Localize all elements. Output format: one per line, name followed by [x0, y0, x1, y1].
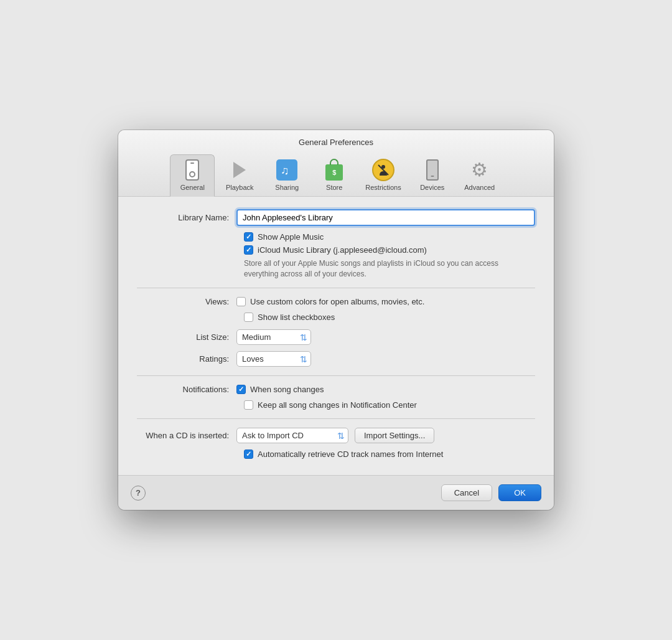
keep-notification-wrapper[interactable]: Keep all song changes in Notification Ce… — [244, 400, 417, 410]
ratings-label: Ratings: — [137, 354, 236, 364]
show-apple-music-label: Show Apple Music — [258, 232, 324, 242]
tab-restrictions[interactable]: Restrictions — [359, 155, 407, 196]
list-size-row: List Size: Small Medium Large ⇅ — [137, 329, 535, 345]
icloud-music-checkbox[interactable] — [244, 245, 253, 255]
custom-colors-checkbox[interactable] — [236, 297, 246, 306]
footer: ? Cancel OK — [118, 475, 554, 510]
preferences-window: General Preferences General Playback — [118, 130, 554, 511]
sharing-icon-container: ♫ — [276, 159, 298, 181]
keep-notification-label: Keep all song changes in Notification Ce… — [258, 400, 417, 410]
list-size-label: List Size: — [137, 332, 236, 342]
tab-advanced[interactable]: ⚙ Advanced — [457, 155, 502, 196]
tab-sharing-label: Sharing — [275, 184, 299, 191]
show-apple-music-checkbox[interactable] — [244, 232, 253, 242]
tab-store-label: Store — [326, 184, 342, 191]
store-icon: $ — [325, 164, 343, 181]
auto-retrieve-wrapper[interactable]: Automatically retrieve CD track names fr… — [244, 449, 443, 459]
ok-button[interactable]: OK — [498, 484, 541, 501]
icloud-description: Store all of your Apple Music songs and … — [244, 258, 530, 280]
import-settings-button[interactable]: Import Settings... — [355, 428, 434, 443]
general-icon-container — [181, 159, 203, 181]
divider-3 — [137, 418, 535, 419]
list-size-select[interactable]: Small Medium Large — [236, 329, 311, 345]
icloud-music-row: iCloud Music Library (j.appleseed@icloud… — [244, 245, 535, 255]
window-title: General Preferences — [118, 138, 554, 147]
tab-devices[interactable]: Devices — [410, 155, 455, 196]
when-song-changes-wrapper[interactable]: When song changes — [236, 385, 324, 394]
when-song-changes-label: When song changes — [250, 385, 324, 394]
show-checkboxes-row: Show list checkboxes — [244, 313, 535, 322]
custom-colors-checkbox-wrapper[interactable]: Use custom colors for open albums, movie… — [236, 297, 424, 306]
ratings-row: Ratings: Stars Loves ⇅ — [137, 351, 535, 367]
advanced-icon: ⚙ — [471, 161, 488, 179]
auto-retrieve-row: Automatically retrieve CD track names fr… — [244, 449, 535, 459]
keep-notification-checkbox[interactable] — [244, 400, 253, 410]
playback-icon — [233, 162, 246, 178]
custom-colors-label: Use custom colors for open albums, movie… — [250, 297, 424, 306]
show-checkboxes-checkbox[interactable] — [244, 313, 253, 322]
tab-playback[interactable]: Playback — [217, 155, 262, 196]
cancel-button[interactable]: Cancel — [441, 484, 492, 501]
keep-notification-row: Keep all song changes in Notification Ce… — [244, 400, 535, 410]
cd-inserted-label: When a CD is inserted: — [137, 431, 236, 440]
cd-controls: Ask to Import CD Import CD Import CD and… — [236, 428, 434, 443]
tab-advanced-label: Advanced — [464, 184, 495, 191]
general-icon — [185, 159, 199, 181]
devices-icon-container — [421, 159, 444, 181]
title-bar: General Preferences General Playback — [118, 130, 554, 197]
divider-2 — [137, 375, 535, 376]
store-icon-container: $ — [323, 159, 345, 181]
auto-retrieve-checkbox[interactable] — [244, 449, 253, 459]
ratings-select[interactable]: Stars Loves — [236, 351, 311, 367]
when-song-changes-checkbox[interactable] — [236, 385, 246, 394]
list-size-select-wrapper: Small Medium Large ⇅ — [236, 329, 311, 345]
restrictions-icon-container — [372, 159, 394, 181]
tab-store[interactable]: $ Store — [312, 155, 357, 196]
help-button[interactable]: ? — [131, 486, 146, 501]
notifications-label: Notifications: — [137, 385, 236, 394]
cd-action-select-wrapper: Ask to Import CD Import CD Import CD and… — [236, 428, 348, 443]
tab-general[interactable]: General — [170, 154, 215, 197]
divider-1 — [137, 288, 535, 288]
library-name-row: Library Name: — [137, 209, 535, 226]
tab-general-label: General — [180, 184, 205, 191]
show-apple-music-checkbox-wrapper[interactable]: Show Apple Music — [244, 232, 324, 242]
cd-action-select[interactable]: Ask to Import CD Import CD Import CD and… — [236, 428, 348, 443]
cd-inserted-row: When a CD is inserted: Ask to Import CD … — [137, 428, 535, 443]
sharing-icon: ♫ — [276, 159, 297, 181]
content-area: Library Name: Show Apple Music iCloud Mu… — [118, 197, 554, 476]
ratings-select-wrapper: Stars Loves ⇅ — [236, 351, 311, 367]
library-name-label: Library Name: — [137, 213, 236, 222]
restrictions-icon — [372, 159, 394, 181]
tab-devices-label: Devices — [420, 184, 444, 191]
tab-restrictions-label: Restrictions — [365, 184, 401, 191]
tab-bar: General Playback ♫ Sharing — [118, 154, 554, 196]
svg-text:♫: ♫ — [281, 164, 289, 177]
tab-playback-label: Playback — [226, 184, 254, 191]
when-song-changes-row: Notifications: When song changes — [137, 385, 535, 394]
show-checkboxes-wrapper[interactable]: Show list checkboxes — [244, 313, 335, 322]
tab-sharing[interactable]: ♫ Sharing — [264, 155, 309, 196]
icloud-music-checkbox-wrapper[interactable]: iCloud Music Library (j.appleseed@icloud… — [244, 245, 427, 255]
icloud-music-label: iCloud Music Library (j.appleseed@icloud… — [258, 245, 427, 255]
advanced-icon-container: ⚙ — [469, 159, 491, 181]
show-apple-music-row: Show Apple Music — [244, 232, 535, 242]
playback-icon-container — [228, 159, 251, 181]
views-label: Views: — [137, 297, 236, 306]
custom-colors-row: Views: Use custom colors for open albums… — [137, 297, 535, 306]
devices-icon — [426, 159, 439, 181]
show-checkboxes-label: Show list checkboxes — [258, 313, 335, 322]
library-name-input[interactable] — [236, 209, 535, 226]
auto-retrieve-label: Automatically retrieve CD track names fr… — [258, 449, 443, 459]
